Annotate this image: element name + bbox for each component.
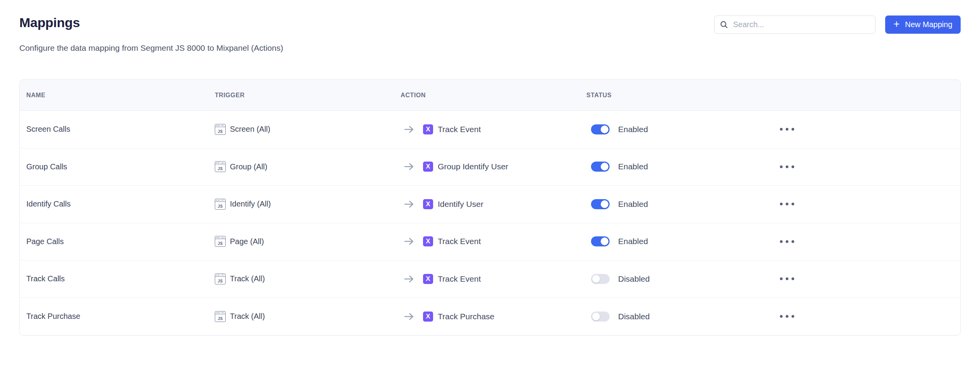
mixpanel-icon: X	[423, 199, 433, 209]
name-cell: Screen Calls	[20, 125, 208, 134]
table-body: Screen Calls JS Screen (All) X Track Eve…	[20, 111, 960, 335]
status-cell: Enabled	[580, 199, 766, 209]
status-label: Disabled	[618, 312, 650, 321]
segment-js-source-icon: JS	[215, 274, 226, 284]
action-cell: X Track Event	[394, 274, 580, 284]
search-box[interactable]	[714, 15, 875, 34]
action-cell: X Track Purchase	[394, 312, 580, 322]
action-label: Track Event	[438, 237, 481, 246]
mapping-name: Identify Calls	[26, 200, 71, 208]
mapping-name: Group Calls	[26, 162, 67, 171]
mixpanel-icon: X	[423, 312, 433, 322]
trigger-label: Track (All)	[230, 312, 265, 321]
status-label: Enabled	[618, 162, 648, 171]
menu-cell	[766, 200, 960, 208]
page-title: Mappings	[19, 14, 80, 31]
column-header-action: ACTION	[394, 92, 580, 99]
action-cell: X Track Event	[394, 124, 580, 134]
mixpanel-icon: X	[423, 162, 433, 172]
status-cell: Enabled	[580, 124, 766, 134]
status-cell: Disabled	[580, 312, 766, 322]
status-toggle[interactable]	[591, 124, 610, 134]
trigger-cell: JS Page (All)	[208, 236, 394, 247]
trigger-cell: JS Identify (All)	[208, 199, 394, 210]
trigger-label: Identify (All)	[230, 200, 271, 208]
row-menu-button[interactable]	[779, 238, 795, 245]
mapping-name: Screen Calls	[26, 125, 70, 134]
name-cell: Group Calls	[20, 162, 208, 171]
mappings-table: NAME TRIGGER ACTION STATUS Screen Calls …	[19, 79, 961, 336]
trigger-cell: JS Group (All)	[208, 161, 394, 172]
name-cell: Page Calls	[20, 237, 208, 246]
status-label: Disabled	[618, 274, 650, 284]
status-label: Enabled	[618, 125, 648, 134]
top-bar: Mappings + New Mapping	[19, 0, 961, 34]
arrow-right-icon	[404, 162, 415, 171]
action-label: Track Event	[438, 274, 481, 284]
search-input[interactable]	[732, 20, 870, 29]
table-row[interactable]: Page Calls JS Page (All) X Track Event E…	[20, 223, 960, 261]
action-cell: X Identify User	[394, 199, 580, 209]
status-toggle[interactable]	[591, 236, 610, 246]
segment-js-source-icon: JS	[215, 124, 226, 135]
table-row[interactable]: Screen Calls JS Screen (All) X Track Eve…	[20, 111, 960, 148]
trigger-cell: JS Track (All)	[208, 311, 394, 322]
table-row[interactable]: Group Calls JS Group (All) X Group Ident…	[20, 148, 960, 186]
name-cell: Track Purchase	[20, 312, 208, 321]
status-cell: Enabled	[580, 236, 766, 246]
column-header-status: STATUS	[580, 92, 766, 99]
status-toggle[interactable]	[591, 312, 610, 322]
menu-cell	[766, 275, 960, 282]
arrow-right-icon	[404, 275, 415, 283]
menu-cell	[766, 238, 960, 245]
segment-js-source-icon: JS	[215, 311, 226, 322]
arrow-right-icon	[404, 200, 415, 208]
row-menu-button[interactable]	[779, 313, 795, 320]
name-cell: Identify Calls	[20, 200, 208, 208]
table-header-row: NAME TRIGGER ACTION STATUS	[20, 80, 960, 111]
trigger-cell: JS Screen (All)	[208, 124, 394, 135]
new-mapping-button[interactable]: + New Mapping	[885, 15, 961, 34]
plus-icon: +	[893, 19, 899, 29]
row-menu-button[interactable]	[779, 275, 795, 282]
status-toggle[interactable]	[591, 274, 610, 284]
action-cell: X Track Event	[394, 236, 580, 246]
row-menu-button[interactable]	[779, 200, 795, 208]
status-cell: Enabled	[580, 162, 766, 172]
column-header-name: NAME	[20, 92, 208, 99]
arrow-right-icon	[404, 237, 415, 246]
menu-cell	[766, 313, 960, 320]
action-cell: X Group Identify User	[394, 162, 580, 172]
table-row[interactable]: Track Purchase JS Track (All) X Track Pu…	[20, 298, 960, 336]
row-menu-button[interactable]	[779, 163, 795, 170]
status-label: Enabled	[618, 200, 648, 209]
segment-js-source-icon: JS	[215, 161, 226, 172]
status-label: Enabled	[618, 237, 648, 246]
status-toggle[interactable]	[591, 199, 610, 209]
column-header-trigger: TRIGGER	[208, 92, 394, 99]
action-label: Group Identify User	[438, 162, 508, 171]
name-cell: Track Calls	[20, 274, 208, 283]
mapping-name: Track Calls	[26, 274, 65, 283]
table-row[interactable]: Identify Calls JS Identify (All) X Ident…	[20, 186, 960, 223]
arrow-right-icon	[404, 125, 415, 134]
menu-cell	[766, 126, 960, 133]
mappings-page: Mappings + New Mapping Configure the dat…	[0, 0, 980, 336]
mapping-name: Track Purchase	[26, 312, 80, 321]
menu-cell	[766, 163, 960, 170]
action-label: Track Purchase	[438, 312, 494, 321]
trigger-label: Page (All)	[230, 237, 264, 246]
mixpanel-icon: X	[423, 236, 433, 246]
mapping-name: Page Calls	[26, 237, 64, 246]
table-row[interactable]: Track Calls JS Track (All) X Track Event…	[20, 260, 960, 298]
segment-js-source-icon: JS	[215, 236, 226, 247]
trigger-label: Track (All)	[230, 274, 265, 283]
action-label: Identify User	[438, 200, 483, 209]
segment-js-source-icon: JS	[215, 199, 226, 210]
arrow-right-icon	[404, 312, 415, 321]
page-subtitle: Configure the data mapping from Segment …	[19, 43, 961, 53]
status-toggle[interactable]	[591, 162, 610, 172]
trigger-label: Group (All)	[230, 162, 267, 171]
row-menu-button[interactable]	[779, 126, 795, 133]
new-mapping-label: New Mapping	[905, 20, 952, 29]
